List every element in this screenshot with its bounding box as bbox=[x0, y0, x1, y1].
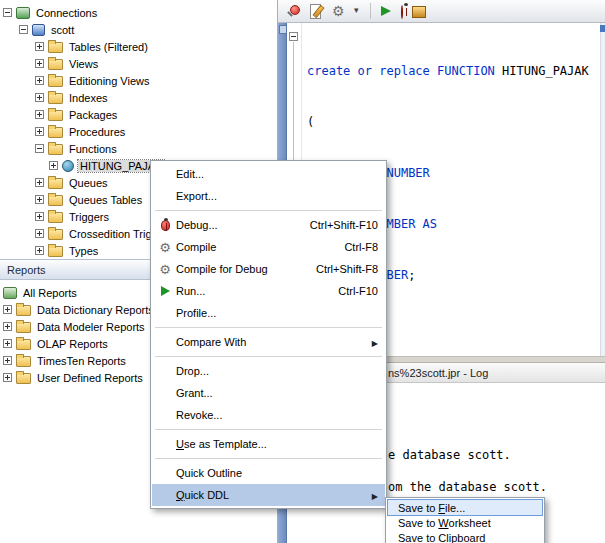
expand-icon[interactable] bbox=[3, 305, 12, 314]
menu-item-revoke[interactable]: Revoke... bbox=[152, 404, 385, 426]
expand-icon[interactable] bbox=[35, 178, 44, 187]
tree-item-label: Data Modeler Reports bbox=[35, 321, 147, 333]
log-line: om the database scott. bbox=[388, 480, 547, 494]
menu-item-export[interactable]: Export... bbox=[152, 185, 385, 207]
expand-icon[interactable] bbox=[3, 339, 12, 348]
tree-item-label: Connections bbox=[34, 7, 99, 19]
menu-icon-slot bbox=[154, 166, 176, 182]
run-icon[interactable] bbox=[378, 3, 394, 19]
menu-icon-slot bbox=[154, 407, 176, 423]
folder-icon bbox=[48, 76, 63, 87]
menu-icon-slot bbox=[154, 385, 176, 401]
expand-icon[interactable] bbox=[35, 229, 44, 238]
collapse-icon[interactable] bbox=[19, 25, 28, 34]
expand-icon[interactable] bbox=[35, 246, 44, 255]
menu-item-drop[interactable]: Drop... bbox=[152, 360, 385, 382]
folder-icon bbox=[48, 178, 63, 189]
reports-panel-title: Reports bbox=[7, 264, 46, 276]
menu-item-quick-outline[interactable]: Quick Outline bbox=[152, 462, 385, 484]
menu-item-label: Debug... bbox=[176, 219, 218, 231]
tree-item-procedures[interactable]: Procedures bbox=[0, 123, 277, 140]
folder-icon bbox=[48, 144, 63, 155]
label-rest: ile... bbox=[445, 502, 465, 514]
code-fold-icon[interactable] bbox=[289, 32, 298, 41]
tree-item-packages[interactable]: Packages bbox=[0, 106, 277, 123]
menu-item-label: Grant... bbox=[176, 387, 213, 399]
tree-item-editioning-views[interactable]: Editioning Views bbox=[0, 72, 277, 89]
expand-icon[interactable] bbox=[35, 110, 44, 119]
tree-item-label: Data Dictionary Reports bbox=[35, 304, 156, 316]
collapse-icon[interactable] bbox=[3, 8, 12, 17]
menu-item-profile[interactable]: Profile... bbox=[152, 302, 385, 324]
tree-item-label: Queues Tables bbox=[67, 194, 144, 206]
menu-item-grant[interactable]: Grant... bbox=[152, 382, 385, 404]
debug-icon[interactable] bbox=[401, 5, 403, 19]
expand-icon[interactable] bbox=[35, 93, 44, 102]
bug-icon bbox=[161, 220, 170, 231]
menu-item-compile[interactable]: Compile Ctrl-F8 bbox=[152, 236, 385, 258]
tree-item-label: OLAP Reports bbox=[35, 338, 110, 350]
messages-icon[interactable] bbox=[410, 3, 426, 19]
menu-item-label: Compile bbox=[176, 241, 216, 253]
expand-icon[interactable] bbox=[49, 161, 58, 170]
expand-icon[interactable] bbox=[35, 42, 44, 51]
folder-icon bbox=[16, 322, 31, 333]
submenu-item-save-to-worksheet[interactable]: Save to Worksheet bbox=[388, 515, 542, 530]
collapse-icon[interactable] bbox=[35, 144, 44, 153]
label-rest: se as Template... bbox=[184, 438, 267, 450]
overview-ruler[interactable] bbox=[600, 23, 605, 356]
pin-icon[interactable] bbox=[285, 3, 301, 19]
expand-icon[interactable] bbox=[35, 195, 44, 204]
folder-icon bbox=[48, 195, 63, 206]
menu-item-debug[interactable]: Debug... Ctrl+Shift-F10 bbox=[152, 214, 385, 236]
tree-item-scott[interactable]: scott bbox=[0, 21, 277, 38]
menu-icon-slot bbox=[154, 487, 176, 503]
tree-item-label: TimesTen Reports bbox=[35, 355, 128, 367]
tree-item-label: Types bbox=[67, 245, 100, 257]
menu-item-label: Drop... bbox=[176, 365, 209, 377]
tree-item-label: Tables (Filtered) bbox=[67, 41, 150, 53]
label-pre: Save to bbox=[398, 502, 438, 514]
tree-item-views[interactable]: Views bbox=[0, 55, 277, 72]
submenu-arrow-icon bbox=[372, 336, 378, 348]
folder-icon bbox=[48, 110, 63, 121]
expand-icon[interactable] bbox=[35, 59, 44, 68]
tree-item-label: Indexes bbox=[67, 92, 110, 104]
settings-gear-icon[interactable] bbox=[331, 3, 347, 19]
folder-icon bbox=[16, 305, 31, 316]
expand-icon[interactable] bbox=[35, 76, 44, 85]
menu-item-compile-for-debug[interactable]: Compile for Debug Ctrl+Shift-F8 bbox=[152, 258, 385, 280]
tree-item-tables[interactable]: Tables (Filtered) bbox=[0, 38, 277, 55]
menu-icon-slot bbox=[154, 188, 176, 204]
submenu-item-save-to-file[interactable]: Save to File... bbox=[388, 500, 542, 515]
expand-icon[interactable] bbox=[3, 356, 12, 365]
expand-icon[interactable] bbox=[35, 212, 44, 221]
menu-item-label: Quick Outline bbox=[176, 467, 242, 479]
edit-icon[interactable] bbox=[308, 3, 324, 19]
expand-icon[interactable] bbox=[3, 373, 12, 382]
expand-icon[interactable] bbox=[3, 322, 12, 331]
menu-shortcut: Ctrl+Shift-F8 bbox=[300, 263, 378, 275]
expand-icon[interactable] bbox=[35, 127, 44, 136]
menu-item-quick-ddl[interactable]: Quick DDL bbox=[152, 484, 385, 506]
tree-item-indexes[interactable]: Indexes bbox=[0, 89, 277, 106]
menu-item-label: Revoke... bbox=[176, 409, 222, 421]
menu-item-use-as-template[interactable]: Use as Template... bbox=[152, 433, 385, 455]
menu-item-compare-with[interactable]: Compare With bbox=[152, 331, 385, 353]
folder-icon bbox=[48, 42, 63, 53]
menu-icon-slot bbox=[154, 305, 176, 321]
toolbar-separator bbox=[370, 3, 371, 19]
menu-item-edit[interactable]: Edit... bbox=[152, 163, 385, 185]
menu-icon-slot bbox=[154, 436, 176, 452]
tree-item-functions[interactable]: Functions bbox=[0, 140, 277, 157]
menu-separator bbox=[155, 210, 382, 211]
menu-separator bbox=[155, 356, 382, 357]
tree-item-label: User Defined Reports bbox=[35, 372, 145, 384]
menu-shortcut: Ctrl-F8 bbox=[328, 241, 378, 253]
submenu-item-save-to-clipboard[interactable]: Save to Clipboard bbox=[388, 530, 542, 543]
menu-item-label: Compare With bbox=[176, 336, 246, 348]
folder-icon bbox=[16, 339, 31, 350]
tree-item-connections[interactable]: Connections bbox=[0, 4, 277, 21]
menu-item-run[interactable]: Run... Ctrl-F10 bbox=[152, 280, 385, 302]
dropdown-arrow-icon[interactable] bbox=[354, 3, 363, 19]
